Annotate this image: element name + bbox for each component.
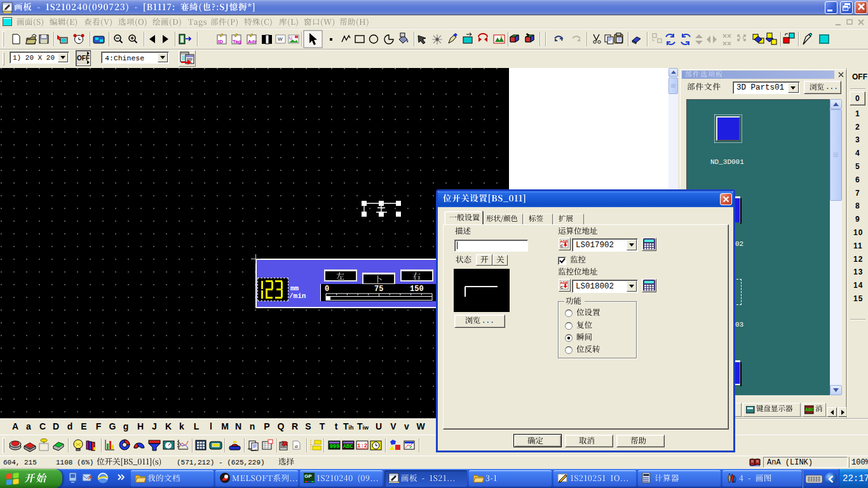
svg-text:a: a [295, 443, 298, 449]
svg-text:GP: GP [304, 473, 312, 479]
svg-text:999: 999 [330, 444, 339, 450]
svg-text:ADR: ADR [560, 240, 568, 243]
svg-text:C: C [560, 285, 564, 289]
svg-text:ADR: ADR [560, 281, 568, 285]
svg-text:C: C [560, 244, 564, 248]
svg-text:ABC: ABC [343, 444, 353, 450]
